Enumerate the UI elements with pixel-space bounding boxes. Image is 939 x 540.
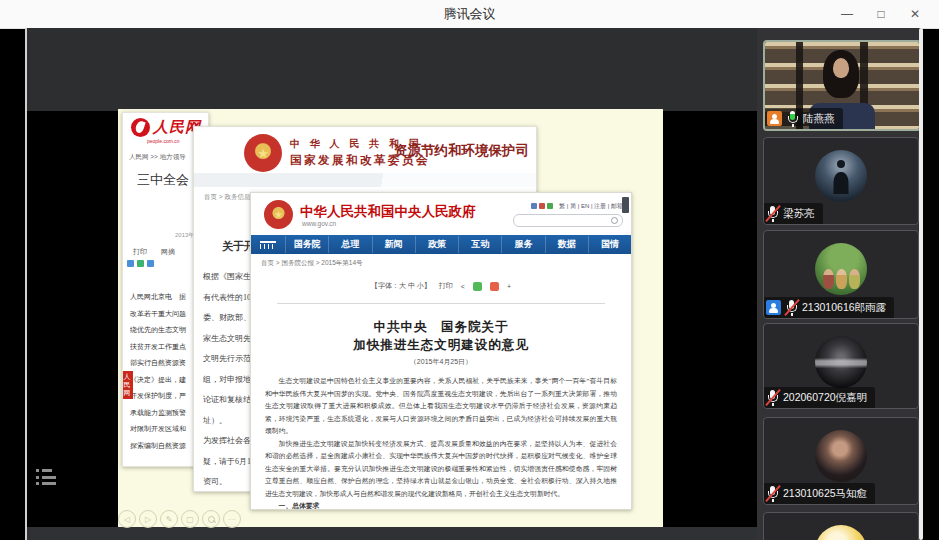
document-body: 生态文明建设是中国特色社会主义事业的重要内容，关系人民福祉，关乎民族未来，事关“… xyxy=(265,375,617,510)
print-link[interactable]: 打印 xyxy=(133,247,147,257)
mic-muted-icon xyxy=(766,389,779,406)
participant-name: 梁苏亮 xyxy=(783,207,815,221)
share-icon[interactable] xyxy=(147,260,154,267)
list-icon[interactable] xyxy=(36,469,58,489)
national-emblem-icon: ★ xyxy=(244,134,282,172)
magnifier-icon xyxy=(208,516,215,523)
title-bar: 腾讯会议 — □ ✕ xyxy=(0,0,939,29)
participant-name-bar: 213010616郎雨露 xyxy=(764,297,894,318)
zoom-button[interactable] xyxy=(202,510,220,528)
share-arrow[interactable]: < xyxy=(461,283,465,290)
participant-name-bar: 梁苏亮 xyxy=(764,203,823,224)
window-title: 腾讯会议 xyxy=(444,5,496,23)
national-emblem-icon: ★ xyxy=(264,200,293,229)
participant-tile[interactable]: 213010616郎雨露 xyxy=(763,230,919,319)
avatar xyxy=(815,525,867,540)
people-daily-logo: 人民网 xyxy=(131,118,201,137)
gov-top-links: 繁 | 简 | EN | 注册 | 邮箱 xyxy=(531,202,623,211)
ndrc-header-band xyxy=(194,173,536,187)
mic-muted-icon xyxy=(785,299,798,316)
gov-breadcrumb[interactable]: 首页 > 国务院公报 > 2015年第14号 xyxy=(261,259,363,268)
nav-item[interactable]: 服务 xyxy=(501,236,544,253)
more-share[interactable]: + xyxy=(507,283,511,290)
next-slide-button[interactable]: ▷ xyxy=(139,510,157,528)
member-badge-icon xyxy=(766,300,781,315)
participant-name: 202060720倪嘉明 xyxy=(783,391,867,405)
gov-page-scrollbar[interactable] xyxy=(622,197,629,213)
participant-tile[interactable]: 213010625马知愈 xyxy=(763,417,919,505)
bookmark-link[interactable]: 网摘 xyxy=(161,247,175,257)
participant-name: 陆燕燕 xyxy=(803,112,835,126)
participant-name: 213010625马知愈 xyxy=(783,487,867,501)
window-controls: — □ ✕ xyxy=(837,0,925,28)
minimize-button[interactable]: — xyxy=(837,4,857,24)
people-flame-icon xyxy=(131,118,150,137)
shared-desktop-top-band xyxy=(27,28,757,111)
share-icon[interactable] xyxy=(127,260,134,267)
gov-site-name: 中华人民共和国中央人民政府 xyxy=(300,203,476,221)
nav-item[interactable]: 新闻 xyxy=(372,236,415,253)
avatar xyxy=(815,150,867,202)
close-button[interactable]: ✕ xyxy=(905,4,925,24)
participant-tile[interactable]: 梁苏亮 xyxy=(763,137,919,225)
ndrc-department-name: 资源节约和环境保护司 xyxy=(394,142,529,160)
wechat-share-icon[interactable] xyxy=(473,282,482,291)
participant-name: 213010616郎雨露 xyxy=(802,301,886,315)
gov-home-icon[interactable] xyxy=(251,239,285,251)
participant-tile[interactable]: 202060720倪嘉明 xyxy=(763,323,919,409)
member-badge-icon xyxy=(767,111,782,126)
participant-name-bar: 213010625马知愈 xyxy=(764,483,875,504)
panel-scrollbar[interactable] xyxy=(919,28,923,540)
font-size-controls[interactable]: 【字体：大 中 小】 xyxy=(371,281,431,291)
document-date: （2015年4月25日） xyxy=(251,357,631,367)
mic-muted-icon xyxy=(766,205,779,222)
meeting-window: 腾讯会议 — □ ✕ 人民网 people.com.cn 人民网 >> 地方领导… xyxy=(0,0,939,540)
participant-name-bar: 陆燕燕 xyxy=(765,108,843,129)
gov-cn-page: ★ 中华人民共和国中央人民政府 www.gov.cn 繁 | 简 | EN | … xyxy=(250,192,632,510)
nav-item[interactable]: 国务院 xyxy=(285,236,328,253)
participant-tile[interactable]: 陆燕燕 xyxy=(763,40,921,131)
gov-nav-bar: 国务院 总理 新闻 政策 互动 服务 数据 国情 xyxy=(251,235,631,254)
shared-desktop-bottom-strip xyxy=(27,527,757,540)
nav-item[interactable]: 数据 xyxy=(545,236,588,253)
divider xyxy=(277,303,605,304)
people-article-tools: 打印 网摘 xyxy=(133,247,175,257)
participant-name-bar: 202060720倪嘉明 xyxy=(764,387,875,408)
pen-tool-button[interactable]: ✎ xyxy=(160,510,178,528)
document-title-line2: 加快推进生态文明建设的意见 xyxy=(251,337,631,354)
mic-on-icon xyxy=(786,110,799,127)
gov-top-mini-icons xyxy=(531,203,555,210)
nav-item[interactable]: 政策 xyxy=(415,236,458,253)
maximize-button[interactable]: □ xyxy=(871,4,891,24)
paragraph: 生态文明建设是中国特色社会主义事业的重要内容，关系人民福祉，关乎民族未来，事关“… xyxy=(265,375,617,438)
ndrc-breadcrumb[interactable]: 首页 > 政务信息 xyxy=(204,193,250,202)
participants-panel: 陆燕燕 梁苏亮 213010616郎雨露 2020607 xyxy=(757,28,921,540)
nav-item[interactable]: 总理 xyxy=(328,236,371,253)
wechat-icon[interactable] xyxy=(547,203,553,209)
document-title-line1: 中共中央 国务院关于 xyxy=(251,319,631,336)
gov-site-url: www.gov.cn xyxy=(302,220,336,227)
avatar xyxy=(815,336,867,388)
save-button[interactable]: ▢ xyxy=(181,510,199,528)
share-icon[interactable] xyxy=(137,260,144,267)
section-heading: 一、总体要求 xyxy=(265,500,617,510)
gov-search-input[interactable] xyxy=(513,214,623,227)
nav-item[interactable]: 国情 xyxy=(588,236,631,253)
search-icon xyxy=(611,217,618,224)
paragraph: 加快推进生态文明建设是加快转变经济发展方式、提高发展质量和效益的内在要求，是坚持… xyxy=(265,438,617,501)
avatar xyxy=(815,243,867,295)
participant-tile[interactable] xyxy=(763,512,919,540)
nav-item[interactable]: 互动 xyxy=(458,236,501,253)
people-share-icons xyxy=(127,260,154,267)
slideshow-controls: ◁ ▷ ✎ ▢ ··· xyxy=(118,510,241,528)
avatar xyxy=(815,430,867,482)
mail-icon[interactable] xyxy=(531,203,537,209)
mic-muted-icon xyxy=(766,485,779,502)
print-link[interactable]: 打印 xyxy=(439,281,453,291)
more-options-button[interactable]: ··· xyxy=(223,510,241,528)
weibo-share-icon[interactable] xyxy=(490,282,499,291)
prev-slide-button[interactable]: ◁ xyxy=(118,510,136,528)
mobile-icon[interactable] xyxy=(539,203,545,209)
shared-slide: 人民网 people.com.cn 人民网 >> 地方领导 三中全会 2013年… xyxy=(118,109,663,527)
people-article-title: 三中全会 xyxy=(137,171,189,189)
